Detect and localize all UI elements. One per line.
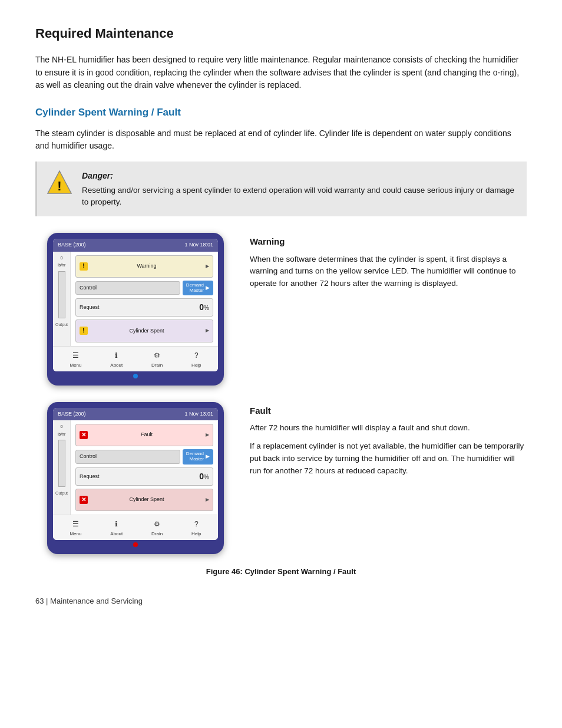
fault-desc-text2: If a replacement cylinder is not yet ava… [250,440,527,477]
warning-device-footer: ☰ Menu ℹ About ⚙ Drain ? [53,346,218,371]
fault-menu-icon: ☰ [72,519,79,529]
warning-device-sidebar: 0 lb/hr Output [53,252,71,346]
fault-drain-icon: ⚙ [154,519,160,529]
fault-btn-label: Fault [141,431,153,439]
cylinder-spent-btn-fault[interactable]: ✕ Cylinder Spent ▶ [75,489,213,511]
figure-caption: Figure 46: Cylinder Spent Warning / Faul… [35,566,527,578]
figures-area: BASE (200) 1 Nov 18:01 0 lb/hr [35,233,527,554]
fault-figure-row: BASE (200) 1 Nov 13:01 0 lb/hr [35,402,527,555]
warning-device-main: ! Warning ▶ Control [71,252,218,346]
fault-demand-btn[interactable]: Demand Master ▶ [183,449,213,465]
footer-section: Maintenance and Servicing [50,597,143,605]
fault-btn[interactable]: ✕ Fault ▶ [75,424,213,446]
fault-request-row: Request 0% [75,467,213,486]
footer-drain[interactable]: ⚙ Drain [151,350,163,369]
danger-box: ! Danger: Resetting and/or servicing a s… [35,162,527,217]
danger-text: Danger: Resetting and/or servicing a spe… [82,170,517,209]
page-title: Required Maintenance [35,24,527,43]
warning-description: Warning When the software determines tha… [250,233,527,296]
fault-device-sidebar: 0 lb/hr Output [53,420,71,515]
warning-device: BASE (200) 1 Nov 18:01 0 lb/hr [47,233,224,386]
warning-percent: 0% [199,301,209,314]
footer-about[interactable]: ℹ About [110,350,123,369]
fault-arrow: ▶ [206,431,209,439]
fault-desc-text1: After 72 hours the humidifier will displ… [250,422,527,434]
cylinder-warn-icon: ! [80,327,88,335]
footer-help[interactable]: ? Help [191,350,201,369]
section-title: Cylinder Spent Warning / Fault [35,105,527,120]
fault-output-label: Output [55,490,68,497]
warning-sidebar-bar [58,271,65,318]
fault-control-btn[interactable]: Control [75,450,180,464]
help-icon: ? [194,350,199,361]
page-number: 63 [35,597,44,605]
fault-footer-menu[interactable]: ☰ Menu [70,519,81,538]
fault-footer-about[interactable]: ℹ About [110,519,123,538]
about-icon: ℹ [115,350,118,361]
warning-arrow: ▶ [206,263,209,270]
warning-led [133,374,138,378]
fault-device-header: BASE (200) 1 Nov 13:01 [53,408,218,421]
warning-btn[interactable]: ! Warning ▶ [75,255,213,278]
fault-demand-arrow: ▶ [206,453,210,461]
fault-led [133,542,138,547]
fault-device-body: 0 lb/hr Output ✕ Fau [53,420,218,515]
page-footer: 63 | Maintenance and Servicing [35,595,527,607]
warning-scale: 0 lb/hr [58,255,66,269]
demand-arrow: ▶ [206,284,210,292]
fault-footer-help[interactable]: ? Help [191,519,201,538]
fault-device: BASE (200) 1 Nov 13:01 0 lb/hr [47,402,224,555]
fault-about-icon: ℹ [115,519,118,529]
fault-description: Fault After 72 hours the humidifier will… [250,402,527,483]
fault-device-footer: ☰ Menu ℹ About ⚙ Drain ? [53,515,218,540]
warning-device-body: 0 lb/hr Output ! [53,252,218,346]
warning-control-row: Control Demand Master ▶ [75,281,213,296]
menu-icon: ☰ [72,350,79,361]
fault-icon: ✕ [80,431,88,439]
fault-device-main: ✕ Fault ▶ Control [71,420,218,515]
section-intro: The steam cylinder is disposable and mus… [35,127,527,152]
master-text: Master [186,288,204,294]
footer-menu[interactable]: ☰ Menu [70,350,81,369]
warning-device-header: BASE (200) 1 Nov 18:01 [53,239,218,252]
fault-footer-drain[interactable]: ⚙ Drain [151,519,163,538]
fault-header-right: 1 Nov 13:01 [184,410,213,419]
warn-icon: ! [80,262,88,271]
control-btn[interactable]: Control [75,281,180,295]
warning-screen: BASE (200) 1 Nov 18:01 0 lb/hr [53,239,218,371]
cylinder-spent-btn-warning[interactable]: ! Cylinder Spent ▶ [75,319,213,342]
fault-demand-label: Demand Master [186,452,204,462]
warning-device-wrap: BASE (200) 1 Nov 18:01 0 lb/hr [35,233,236,386]
demand-btn[interactable]: Demand Master ▶ [183,281,213,296]
fault-header-left: BASE (200) [58,410,86,419]
warning-btn-label: Warning [137,262,156,271]
danger-description: Resetting and/or servicing a spent cylin… [82,185,517,209]
warning-desc-text: When the software determines that the cy… [250,253,527,291]
fault-help-icon: ? [194,519,199,529]
warning-header-left: BASE (200) [58,241,86,249]
fault-scale: 0 lb/hr [58,424,66,437]
demand-label: Demand Master [186,283,204,294]
warning-title: Warning [250,235,527,249]
cylinder-fault-arrow: ▶ [206,496,209,503]
svg-text:!: ! [57,179,61,193]
warning-figure-row: BASE (200) 1 Nov 18:01 0 lb/hr [35,233,527,386]
fault-screen: BASE (200) 1 Nov 13:01 0 lb/hr [53,408,218,541]
fault-title: Fault [250,404,527,418]
cylinder-arrow: ▶ [206,327,209,334]
warning-header-right: 1 Nov 18:01 [184,241,213,249]
fault-device-wrap: BASE (200) 1 Nov 13:01 0 lb/hr [35,402,236,555]
danger-icon: ! [47,170,72,196]
cylinder-fault-icon: ✕ [80,496,88,504]
danger-label: Danger: [82,171,113,180]
intro-paragraph: The NH-EL humidifier has been designed t… [35,54,527,92]
warning-request-row: Request 0% [75,298,213,317]
fault-control-row: Control Demand Master ▶ [75,449,213,465]
warning-output-label: Output [55,322,68,328]
drain-icon: ⚙ [154,350,160,361]
fault-sidebar-bar [58,440,65,487]
fault-percent: 0% [199,470,209,483]
